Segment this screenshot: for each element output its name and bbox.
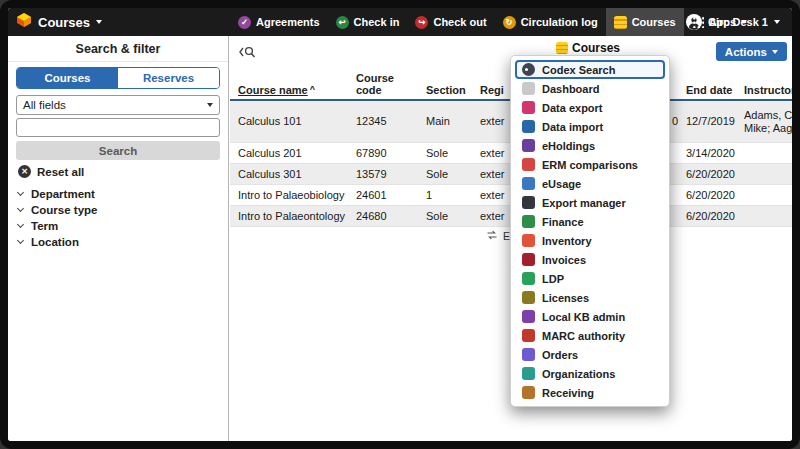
search-field-value: All fields — [23, 99, 66, 111]
accordion-course-type[interactable]: Course type — [18, 202, 220, 218]
orders-icon — [522, 348, 535, 361]
apps-menu-item-local-kb-admin[interactable]: Local KB admin — [515, 307, 665, 326]
current-app[interactable]: Courses — [8, 12, 102, 32]
apps-menu-item-data-import[interactable]: Data import — [515, 117, 665, 136]
apps-menu-item-label: Receiving — [542, 387, 594, 399]
search-input[interactable] — [16, 118, 220, 137]
inventory-icon — [522, 234, 535, 247]
apps-menu-item-ldp[interactable]: LDP — [515, 269, 665, 288]
search-field-select[interactable]: All fields — [16, 95, 220, 115]
app-title: Courses — [38, 15, 90, 30]
app-window: Courses ✓Agreements↩Check in↪Check out↻C… — [0, 0, 800, 449]
accordion-department[interactable]: Department — [18, 186, 220, 202]
cell: Calculus 201 — [238, 147, 356, 160]
filter-tab-reserves[interactable]: Reserves — [118, 68, 219, 88]
apps-menu-item-finance[interactable]: Finance — [515, 212, 665, 231]
cell-instructors: Adams, CMike; Aag — [744, 109, 792, 135]
nav-courses[interactable]: Courses — [606, 8, 684, 36]
cell: Calculus 301 — [238, 168, 356, 181]
cell: 24680 — [356, 210, 426, 223]
courses-icon — [614, 16, 627, 29]
collapse-search-pane-icon[interactable] — [238, 45, 256, 59]
apps-menu-item-label: eUsage — [542, 178, 581, 190]
cell: 6/20/2020 — [686, 189, 744, 202]
search-button[interactable]: Search — [16, 141, 220, 160]
apps-menu-item-label: Export manager — [542, 197, 626, 209]
apps-menu-item-label: eHoldings — [542, 140, 595, 152]
apps-menu-item-organizations[interactable]: Organizations — [515, 364, 665, 383]
apps-menu-item-inventory[interactable]: Inventory — [515, 231, 665, 250]
reset-all-button[interactable]: ✕ Reset all — [18, 165, 84, 178]
cell: 24601 — [356, 189, 426, 202]
dashboard-icon — [522, 82, 535, 95]
actions-button[interactable]: Actions — [716, 42, 787, 61]
apps-menu-item-receiving[interactable]: Receiving — [515, 383, 665, 402]
local-kb-admin-icon — [522, 310, 535, 323]
apps-menu-item-data-export[interactable]: Data export — [515, 98, 665, 117]
chevron-down-icon — [772, 50, 778, 54]
nav-label: Check out — [433, 16, 486, 28]
apps-menu-item-codex-search[interactable]: Codex Search — [515, 60, 665, 79]
nav-check-in[interactable]: ↩Check in — [328, 8, 408, 36]
cell: 1 — [426, 189, 480, 202]
reset-all-label: Reset all — [37, 166, 84, 178]
erm-comparisons-icon — [522, 158, 535, 171]
col-header-label: Instructors — [744, 84, 792, 96]
licenses-icon — [522, 291, 535, 304]
check-out-icon: ↪ — [415, 16, 428, 29]
end-of-list-icon — [486, 229, 498, 243]
invoices-icon — [522, 253, 535, 266]
pane-title: Search & filter — [8, 36, 228, 62]
accordion-term[interactable]: Term — [18, 218, 220, 234]
top-navigation-bar: Courses ✓Agreements↩Check in↪Check out↻C… — [8, 8, 792, 36]
chevron-down-icon — [207, 103, 213, 107]
col-header-label: Regi — [480, 84, 504, 96]
nav-agreements[interactable]: ✓Agreements — [230, 8, 328, 36]
nav-label: Check in — [354, 16, 400, 28]
apps-menu-item-label: MARC authority — [542, 330, 625, 342]
results-pane-title: Courses — [572, 41, 620, 55]
cell: 67890 — [356, 147, 426, 160]
nav-check-out[interactable]: ↪Check out — [407, 8, 494, 36]
apps-menu-item-dashboard[interactable]: Dashboard — [515, 79, 665, 98]
cell: Intro to Palaeontology — [238, 210, 356, 223]
finance-icon — [522, 215, 535, 228]
agreements-icon: ✓ — [238, 16, 251, 29]
cell: Calculus 101 — [238, 115, 356, 128]
app-content: Courses ✓Agreements↩Check in↪Check out↻C… — [8, 8, 792, 441]
apps-menu-item-orders[interactable]: Orders — [515, 345, 665, 364]
chevron-down-icon — [17, 189, 24, 196]
eholdings-icon — [522, 139, 535, 152]
app-nav: ✓Agreements↩Check in↪Check out↻Circulati… — [230, 8, 755, 36]
nav-apps[interactable]: Apps — [684, 8, 756, 36]
col-header-course-name[interactable]: Course name^ — [238, 84, 356, 96]
data-import-icon — [522, 120, 535, 133]
accordion-label: Term — [31, 220, 58, 232]
apps-menu-item-erm-comparisons[interactable]: ERM comparisons — [515, 155, 665, 174]
receiving-icon — [522, 386, 535, 399]
apps-menu-item-label: Licenses — [542, 292, 589, 304]
apps-menu-item-eholdings[interactable]: eHoldings — [515, 136, 665, 155]
nav-label: Agreements — [256, 16, 320, 28]
cell: Sole — [426, 168, 480, 181]
apps-menu-item-marc-authority[interactable]: MARC authority — [515, 326, 665, 345]
col-header-instructors[interactable]: Instructors — [744, 84, 792, 96]
accordion-label: Department — [31, 188, 95, 200]
apps-menu-item-invoices[interactable]: Invoices — [515, 250, 665, 269]
data-export-icon — [522, 101, 535, 114]
apps-menu-item-label: Orders — [542, 349, 578, 361]
apps-menu-item-label: Data export — [542, 102, 603, 114]
nav-circulation-log[interactable]: ↻Circulation log — [495, 8, 606, 36]
apps-menu-item-eusage[interactable]: eUsage — [515, 174, 665, 193]
col-header-course-code[interactable]: Course code — [356, 72, 426, 96]
cell: Sole — [426, 210, 480, 223]
cell: 12345 — [356, 115, 426, 128]
accordion-location[interactable]: Location — [18, 234, 220, 250]
apps-menu-item-export-manager[interactable]: Export manager — [515, 193, 665, 212]
cell: Intro to Palaeobiology — [238, 189, 356, 202]
col-header-end-date[interactable]: End date — [686, 84, 744, 96]
col-header-section[interactable]: Section — [426, 84, 480, 96]
apps-menu-item-licenses[interactable]: Licenses — [515, 288, 665, 307]
apps-menu-item-label: Invoices — [542, 254, 586, 266]
filter-tab-courses[interactable]: Courses — [17, 68, 118, 88]
